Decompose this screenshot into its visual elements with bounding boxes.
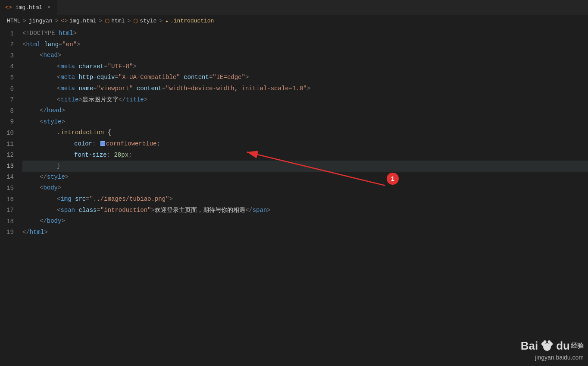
code-text: [75, 83, 78, 95]
ln-8: 8: [0, 105, 18, 117]
ln-15: 15: [0, 183, 18, 194]
code-text: =: [209, 72, 213, 83]
code-text: <: [40, 183, 43, 194]
code-text: <: [40, 117, 43, 128]
tab-filename: img.html: [16, 4, 42, 11]
code-line-11: color: cornflowerblue;: [22, 139, 588, 150]
code-line-9: <style>: [22, 117, 588, 128]
code-text: >: [245, 72, 249, 83]
code-text: =: [59, 39, 62, 50]
code-text: body: [43, 183, 58, 194]
ln-18: 18: [0, 216, 18, 227]
code-line-1: <!DOCTYPE html>: [22, 28, 588, 39]
bc-html-tag: html: [111, 18, 125, 24]
code-text: >: [144, 95, 147, 106]
watermark-url: jingyan.baidu.com: [535, 354, 584, 362]
code-text: content: [137, 83, 162, 95]
code-text: http-equiv: [78, 72, 115, 83]
code-text: <: [40, 50, 43, 61]
code-text: 28px: [114, 150, 128, 161]
ln-9: 9: [0, 117, 18, 128]
svg-point-4: [544, 341, 547, 344]
code-text: {: [104, 127, 111, 139]
ln-14: 14: [0, 172, 18, 183]
code-text: >: [58, 183, 61, 194]
code-line-6: <meta name="viewport" content="width=dev…: [22, 83, 588, 95]
editor: 1 2 3 4 5 6 7 8 9 10 11 12 13 14 15 16 1…: [0, 27, 588, 366]
code-text: "viewport": [97, 83, 133, 95]
watermark-baidu-text: Bai: [521, 339, 538, 353]
bc-sep4: >: [128, 18, 131, 24]
code-text: title: [60, 95, 78, 106]
code-text: "introduction": [100, 205, 151, 216]
code-line-5: <meta http-equiv="X-UA-Compatible" conte…: [22, 72, 588, 83]
code-text: <: [57, 83, 60, 95]
code-text: >: [65, 172, 69, 183]
code-text: [110, 150, 114, 161]
ln-13: 13: [0, 161, 18, 172]
code-line-3: <head>: [22, 50, 588, 61]
code-line-10: .introduction {: [22, 127, 588, 139]
tab-close-button[interactable]: ×: [46, 4, 52, 11]
editor-tab[interactable]: <> img.html ×: [0, 0, 58, 15]
code-text: span: [253, 205, 267, 216]
code-text: [75, 61, 78, 73]
bc-sep1: >: [23, 18, 26, 24]
code-text: html: [30, 227, 44, 238]
ln-12: 12: [0, 150, 18, 161]
code-text: <: [57, 95, 60, 106]
code-text: html: [59, 28, 73, 39]
code-text: "UTF-8": [108, 61, 133, 73]
watermark-suffix: 经验: [571, 342, 584, 350]
code-text: =: [104, 61, 107, 73]
code-text: >: [73, 28, 77, 39]
watermark-du-text: du: [556, 339, 570, 353]
bc-sep5: >: [159, 18, 163, 24]
code-text: meta: [60, 72, 75, 83]
code-text: 显示图片文字: [82, 95, 119, 106]
code-text: }: [57, 161, 60, 172]
ln-11: 11: [0, 139, 18, 150]
code-text: content: [184, 72, 209, 83]
code-text: font-size: [74, 150, 107, 161]
ln-3: 3: [0, 50, 18, 61]
code-text: =: [115, 72, 118, 83]
bc-class-icon: ✦: [165, 18, 169, 25]
annotation-badge: 1: [387, 173, 399, 185]
code-text: >: [77, 39, 80, 50]
ln-6: 6: [0, 83, 18, 95]
code-text: <!DOCTYPE: [22, 28, 59, 39]
code-text: body: [47, 216, 62, 227]
code-line-19: </html>: [22, 227, 588, 238]
code-text: >: [58, 50, 61, 61]
code-text: meta: [60, 83, 75, 95]
code-text: cornflowerblue: [106, 139, 157, 150]
code-text: =: [86, 194, 89, 205]
code-line-8: </head>: [22, 105, 588, 117]
code-text: span: [60, 205, 75, 216]
code-text: "en": [62, 39, 77, 50]
bc-file-icon: <>: [61, 18, 68, 24]
code-text: [75, 205, 78, 216]
code-text: meta: [60, 61, 75, 73]
code-line-16: <img src="../images/tubiao.png">: [22, 194, 588, 205]
ln-19: 19: [0, 227, 18, 238]
code-text: =: [93, 83, 97, 95]
code-text: title: [126, 95, 144, 106]
code-line-12: font-size: 28px;: [22, 150, 588, 161]
code-text: <: [57, 61, 60, 73]
code-text: <: [57, 194, 60, 205]
breadcrumb: HTML > jingyan > <> img.html > ⬡ html > …: [0, 15, 588, 27]
code-line-13: }: [22, 161, 588, 172]
watermark: Bai du 经验 jingyan.baidu.com: [521, 338, 584, 362]
code-area: <!DOCTYPE html> <html lang="en"> <head> …: [22, 27, 588, 366]
code-text: [75, 72, 78, 83]
ln-10: 10: [0, 127, 18, 139]
code-text: [133, 83, 136, 95]
code-text: [72, 194, 75, 205]
code-text: .introduction: [57, 127, 104, 139]
code-text: src: [75, 194, 86, 205]
bc-html-icon: ⬡: [105, 18, 109, 25]
baidu-paw-icon: [539, 338, 555, 354]
code-text: </: [245, 205, 253, 216]
